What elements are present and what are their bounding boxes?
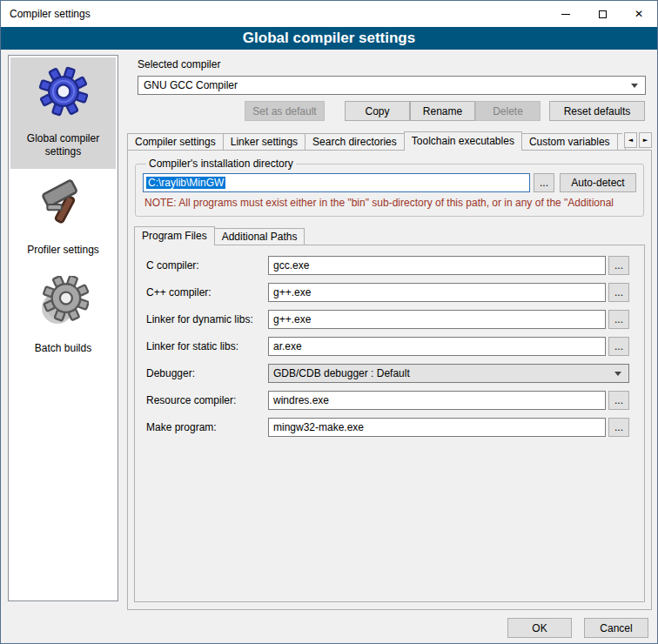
- cancel-button[interactable]: Cancel: [584, 618, 648, 638]
- program-tabs: Program Files Additional Paths: [134, 225, 651, 245]
- install-dir-group: Compiler's installation directory C:\ray…: [135, 158, 644, 217]
- tab-scroll-right-icon[interactable]: ►: [639, 132, 652, 148]
- window-title: Compiler settings: [1, 8, 547, 20]
- close-button[interactable]: ✕: [621, 1, 657, 27]
- tab-linker-settings[interactable]: Linker settings: [223, 133, 306, 150]
- linker-static-value: ar.exe: [273, 340, 302, 352]
- linker-dynamic-value: g++.exe: [273, 313, 311, 325]
- c-compiler-browse-button[interactable]: ...: [608, 256, 629, 275]
- sidebar-item-global-compiler-settings[interactable]: Global compiler settings: [10, 57, 116, 169]
- cpp-compiler-browse-button[interactable]: ...: [608, 283, 629, 302]
- tab-search-directories[interactable]: Search directories: [305, 133, 405, 150]
- field-row: C compiler: gcc.exe ...: [146, 256, 629, 275]
- chevron-down-icon: [614, 372, 621, 376]
- minimize-icon: [561, 14, 570, 15]
- ok-button[interactable]: OK: [507, 618, 572, 638]
- install-dir-note: NOTE: All programs must exist either in …: [144, 197, 634, 209]
- sidebar-item-batch-builds[interactable]: Batch builds: [10, 267, 116, 366]
- cpp-compiler-label: C++ compiler:: [146, 286, 268, 299]
- field-row: Resource compiler: windres.exe ...: [146, 391, 629, 410]
- field-row: C++ compiler: g++.exe ...: [146, 283, 629, 302]
- install-dir-input[interactable]: C:\raylib\MinGW: [143, 173, 530, 192]
- linker-dynamic-browse-button[interactable]: ...: [608, 310, 629, 329]
- titlebar: Compiler settings ✕: [1, 1, 657, 27]
- debugger-label: Debugger:: [146, 367, 268, 379]
- resource-compiler-value: windres.exe: [273, 394, 329, 406]
- install-dir-row: C:\raylib\MinGW ... Auto-detect: [143, 173, 636, 192]
- linker-dynamic-label: Linker for dynamic libs:: [146, 313, 268, 325]
- copy-button[interactable]: Copy: [345, 101, 410, 121]
- resource-compiler-browse-button[interactable]: ...: [608, 391, 629, 410]
- gray-gears-icon: [38, 276, 89, 326]
- dialog-header-title: Global compiler settings: [1, 27, 657, 50]
- linker-static-input[interactable]: ar.exe: [268, 337, 606, 356]
- debugger-select[interactable]: GDB/CDB debugger : Default: [268, 364, 629, 383]
- field-row: Debugger: GDB/CDB debugger : Default: [146, 364, 629, 383]
- set-as-default-button: Set as default: [245, 101, 325, 121]
- install-dir-browse-button[interactable]: ...: [534, 173, 554, 192]
- c-compiler-input[interactable]: gcc.exe: [268, 256, 606, 275]
- make-program-input[interactable]: mingw32-make.exe: [268, 418, 606, 437]
- cpp-compiler-value: g++.exe: [273, 286, 311, 299]
- minimize-button[interactable]: [547, 1, 584, 27]
- close-icon: ✕: [634, 8, 643, 20]
- settings-tabs: Compiler settings Linker settings Search…: [127, 131, 652, 150]
- sidebar-item-label: Profiler settings: [27, 244, 99, 257]
- tab-toolchain-executables[interactable]: Toolchain executables: [404, 131, 522, 151]
- compiler-settings-dialog: Compiler settings ✕ Global compiler sett…: [0, 0, 658, 644]
- autodetect-button[interactable]: Auto-detect: [560, 173, 636, 192]
- compiler-actions: Set as default Copy Rename Delete Reset …: [138, 101, 646, 121]
- tab-compiler-settings[interactable]: Compiler settings: [127, 133, 224, 150]
- maximize-icon: [599, 10, 607, 18]
- compiler-select[interactable]: GNU GCC Compiler: [138, 76, 646, 95]
- install-dir-selected-text: C:\raylib\MinGW: [146, 177, 225, 189]
- profiler-icon: [38, 178, 89, 228]
- tab-scroll-arrows: ◄ ►: [622, 132, 652, 148]
- make-program-value: mingw32-make.exe: [273, 421, 364, 433]
- program-files-panel: C compiler: gcc.exe ... C++ compiler: g+…: [134, 245, 645, 602]
- c-compiler-label: C compiler:: [146, 259, 268, 272]
- selected-compiler-label: Selected compiler: [138, 58, 652, 70]
- dialog-body: Global compiler settings Profiler settin…: [1, 50, 657, 644]
- sidebar-item-profiler-settings[interactable]: Profiler settings: [10, 169, 116, 267]
- resource-compiler-label: Resource compiler:: [146, 394, 268, 406]
- make-program-label: Make program:: [146, 421, 268, 433]
- field-row: Linker for dynamic libs: g++.exe ...: [146, 310, 629, 329]
- toolchain-executables-panel: Compiler's installation directory C:\ray…: [127, 150, 652, 610]
- main-content: Selected compiler GNU GCC Compiler Set a…: [127, 57, 652, 610]
- chevron-down-icon: [631, 84, 638, 88]
- tab-custom-variables[interactable]: Custom variables: [521, 133, 618, 150]
- field-row: Linker for static libs: ar.exe ...: [146, 337, 629, 356]
- settings-category-list: Global compiler settings Profiler settin…: [8, 55, 118, 601]
- make-program-browse-button[interactable]: ...: [608, 418, 629, 437]
- install-dir-group-title: Compiler's installation directory: [146, 158, 296, 170]
- tab-program-files[interactable]: Program Files: [134, 226, 215, 245]
- debugger-select-value: GDB/CDB debugger : Default: [273, 367, 410, 379]
- tab-additional-paths[interactable]: Additional Paths: [214, 228, 306, 245]
- reset-defaults-button[interactable]: Reset defaults: [549, 101, 645, 121]
- sidebar-item-label: Batch builds: [35, 342, 91, 355]
- cpp-compiler-input[interactable]: g++.exe: [268, 283, 606, 302]
- c-compiler-value: gcc.exe: [273, 259, 309, 272]
- linker-dynamic-input[interactable]: g++.exe: [268, 310, 606, 329]
- tab-scroll-left-icon[interactable]: ◄: [624, 132, 637, 148]
- linker-static-label: Linker for static libs:: [146, 340, 268, 352]
- field-row: Make program: mingw32-make.exe ...: [146, 418, 629, 437]
- sidebar-item-label: Global compiler settings: [12, 132, 114, 158]
- dialog-footer: OK Cancel: [507, 618, 648, 638]
- resource-compiler-input[interactable]: windres.exe: [268, 391, 606, 410]
- blue-gear-icon: [38, 66, 89, 117]
- delete-button: Delete: [475, 101, 540, 121]
- rename-button[interactable]: Rename: [410, 101, 475, 121]
- compiler-select-value: GNU GCC Compiler: [144, 79, 238, 91]
- maximize-button[interactable]: [584, 1, 621, 27]
- linker-static-browse-button[interactable]: ...: [608, 337, 629, 356]
